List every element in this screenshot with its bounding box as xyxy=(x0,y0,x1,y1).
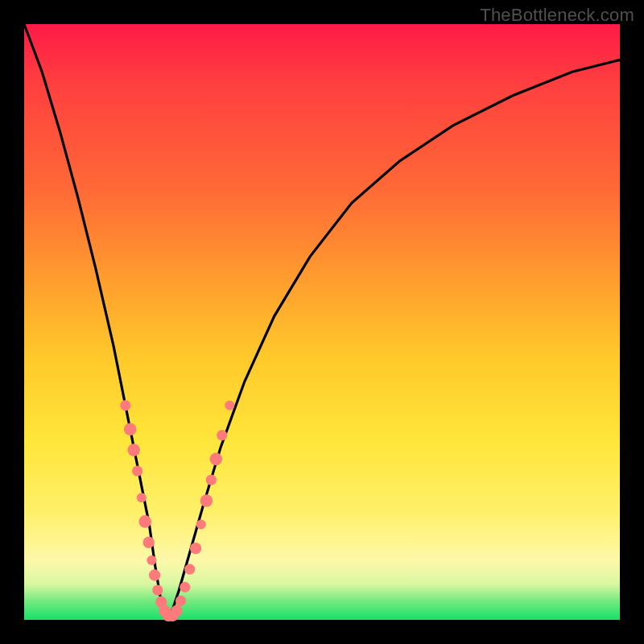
marker-dot xyxy=(184,564,195,575)
marker-dot xyxy=(225,401,234,411)
marker-dot xyxy=(152,584,163,595)
chart-frame: TheBottleneck.com xyxy=(0,0,644,644)
marker-dot xyxy=(143,537,155,548)
watermark-text: TheBottleneck.com xyxy=(480,5,634,26)
marker-dot xyxy=(137,493,147,502)
marker-dot xyxy=(180,582,190,592)
marker-dot xyxy=(206,475,217,485)
chart-svg xyxy=(24,24,620,620)
marker-dot xyxy=(200,494,213,507)
marker-dot xyxy=(138,515,151,528)
marker-dot xyxy=(171,605,182,617)
marker-dot xyxy=(210,452,223,465)
marker-dot xyxy=(149,569,160,580)
marker-dot xyxy=(127,444,140,456)
bottleneck-curve xyxy=(24,24,620,620)
marker-dot xyxy=(120,400,130,411)
plot-area xyxy=(24,24,620,620)
marker-dot xyxy=(217,430,227,440)
marker-dot xyxy=(175,596,186,606)
marker-dot xyxy=(147,555,156,565)
marker-dot xyxy=(190,543,201,554)
marker-dot xyxy=(132,465,142,476)
marker-dot xyxy=(124,423,137,436)
marker-group xyxy=(120,400,234,621)
marker-dot xyxy=(196,520,206,530)
